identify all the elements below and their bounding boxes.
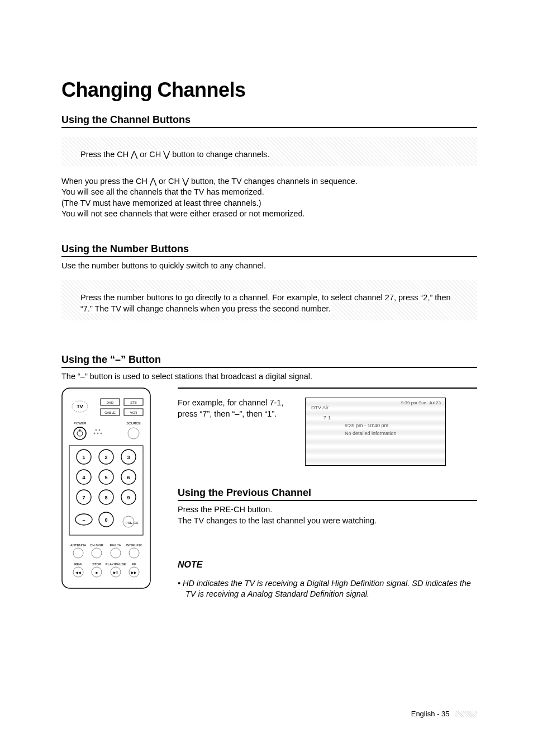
remote-key-2: 2	[104, 455, 107, 460]
remote-key-5: 5	[104, 475, 107, 480]
note-heading: NOTE	[178, 560, 477, 570]
svg-text:▶‖: ▶‖	[113, 571, 118, 574]
note-body: • HD indicates the TV is receiving a Dig…	[178, 578, 477, 600]
remote-label-prech: PRE-CH	[125, 521, 138, 525]
remote-key-4: 4	[82, 475, 85, 480]
body-previous-channel: Press the PRE-CH button. The TV changes …	[178, 504, 477, 526]
remote-key-1: 1	[82, 455, 85, 460]
svg-text:■: ■	[96, 571, 98, 574]
section-heading-channel-buttons: Using the Channel Buttons	[61, 114, 477, 128]
svg-point-11	[99, 429, 101, 431]
osd-preview: DTV Air 7-1 9:39 pm Sun. Jul 23 9:39 pm …	[305, 398, 446, 466]
svg-point-12	[94, 433, 96, 434]
manual-page: Changing Channels Using the Channel Butt…	[0, 0, 533, 756]
footer-patch	[455, 711, 477, 717]
dash-example-text: For example, for channel 7-1, press “7”,…	[178, 398, 289, 466]
svg-text:STOP: STOP	[92, 563, 101, 566]
page-title: Changing Channels	[61, 78, 477, 102]
svg-text:▶▶: ▶▶	[131, 571, 137, 574]
svg-point-13	[97, 433, 99, 434]
svg-text:◀◀: ◀◀	[75, 571, 81, 574]
remote-key-8: 8	[104, 495, 107, 500]
footer-label: English - 35	[411, 710, 450, 718]
svg-point-29	[73, 548, 83, 558]
remote-label-source: SOURCE	[126, 422, 141, 425]
svg-point-14	[101, 433, 102, 434]
osd-info: No detailed information	[345, 431, 397, 436]
remote-key-3: 3	[127, 455, 130, 460]
remote-key-6: 6	[127, 475, 130, 480]
remote-illustration: TV DVD STB CABLE VCR POWER SOURCE	[61, 388, 151, 608]
remote-key-9: 9	[127, 495, 130, 500]
remote-mode-dvd: DVD	[107, 401, 114, 404]
remote-key-0: 0	[104, 517, 107, 523]
osd-clock: 9:39 pm Sun. Jul 23	[401, 400, 441, 405]
svg-text:WISELINK: WISELINK	[126, 544, 142, 547]
callout-number-buttons: Press the number buttons to go directly …	[61, 280, 477, 320]
remote-key-–: –	[82, 517, 85, 523]
svg-text:REW: REW	[74, 563, 82, 566]
svg-text:CH MGR: CH MGR	[90, 544, 104, 547]
svg-point-9	[128, 428, 139, 439]
section-heading-dash-button: Using the “–” Button	[61, 354, 477, 368]
callout-channel-buttons: Press the CH ⋀ or CH ⋁ button to change …	[61, 137, 477, 166]
body-channel-buttons: When you press the CH ⋀ or CH ⋁ button, …	[61, 176, 477, 220]
remote-label-power: POWER	[74, 422, 87, 425]
osd-channel: 7-1	[323, 415, 331, 420]
section-heading-previous-channel: Using the Previous Channel	[178, 487, 477, 501]
svg-point-10	[96, 429, 97, 431]
remote-key-7: 7	[82, 495, 85, 500]
osd-source: DTV Air	[311, 405, 329, 410]
callout-text: Press the CH ⋀ or CH ⋁ button to change …	[80, 150, 269, 159]
remote-mode-cable: CABLE	[104, 411, 116, 414]
remote-mode-vcr: VCR	[130, 411, 137, 414]
svg-text:PLAY/PAUSE: PLAY/PAUSE	[106, 563, 126, 566]
section-heading-number-buttons: Using the Number Buttons	[61, 243, 477, 257]
note-text: HD indicates the TV is receiving a Digit…	[183, 579, 471, 599]
intro-number-buttons: Use the number buttons to quickly switch…	[61, 261, 477, 272]
intro-dash-button: The “–” button is used to select station…	[61, 371, 477, 382]
callout-text: Press the number buttons to go directly …	[80, 293, 451, 313]
svg-text:ANTENNA: ANTENNA	[70, 544, 87, 547]
remote-mode-tv: TV	[77, 404, 83, 409]
page-footer: English - 35	[411, 710, 477, 718]
svg-text:FF: FF	[132, 563, 136, 566]
svg-point-35	[129, 548, 139, 558]
svg-text:FAV.CH: FAV.CH	[110, 544, 122, 547]
remote-mode-stb: STB	[130, 401, 137, 404]
osd-slot: 9:39 pm - 10:40 pm	[345, 423, 388, 428]
svg-point-33	[111, 548, 121, 558]
svg-point-31	[92, 548, 102, 558]
